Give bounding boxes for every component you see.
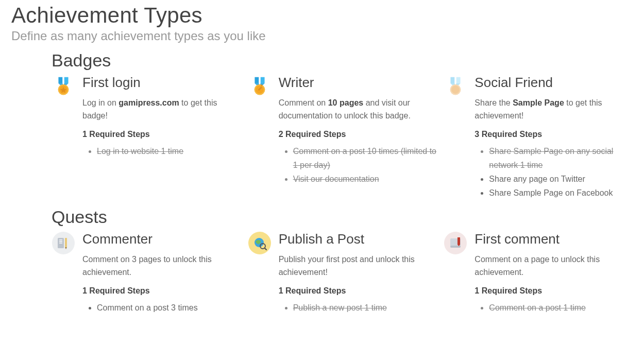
page-subtitle: Define as many achievement types as you … bbox=[11, 29, 633, 43]
achievement-description: Comment on a page to unlock this achieve… bbox=[474, 253, 633, 279]
medal-light-icon bbox=[444, 75, 467, 98]
svg-rect-29 bbox=[457, 237, 460, 245]
svg-rect-7 bbox=[260, 77, 264, 83]
desc-bold-text: Sample Page bbox=[513, 98, 564, 107]
desc-text: Publish your first post and unlock this … bbox=[279, 255, 415, 277]
achievement-title: First comment bbox=[474, 231, 633, 247]
desc-text: Share the bbox=[474, 98, 513, 107]
achievement-card: First loginLog in on gamipress.com to ge… bbox=[52, 75, 241, 200]
step-item: Publish a new post 1 time bbox=[293, 301, 437, 315]
card-grid: First loginLog in on gamipress.com to ge… bbox=[52, 75, 633, 200]
achievement-title: Publish a Post bbox=[279, 231, 437, 247]
steps-list: Share Sample Page on any social network … bbox=[474, 144, 633, 200]
step-item: Comment on a post 3 times bbox=[97, 301, 241, 315]
required-steps-label: 1 Required Steps bbox=[82, 286, 241, 296]
achievement-description: Publish your first post and unlock this … bbox=[279, 253, 437, 279]
svg-marker-23 bbox=[65, 247, 67, 249]
required-steps-label: 1 Required Steps bbox=[82, 130, 241, 139]
achievement-title: First login bbox=[82, 75, 241, 91]
step-item: Log in to website 1 time bbox=[97, 144, 241, 158]
card-body: WriterComment on 10 pages and visit our … bbox=[279, 75, 437, 186]
step-item: Comment on a post 10 times (limited to 1… bbox=[293, 144, 437, 172]
achievement-title: Commenter bbox=[82, 231, 241, 247]
steps-list: Comment on a post 10 times (limited to 1… bbox=[279, 144, 437, 186]
required-steps-label: 2 Required Steps bbox=[279, 130, 437, 139]
quest-book-icon bbox=[444, 231, 467, 255]
svg-rect-1 bbox=[64, 77, 69, 83]
achievement-description: Share the Sample Page to get this achiev… bbox=[474, 97, 633, 123]
required-steps-label: 3 Required Steps bbox=[474, 130, 633, 139]
desc-text: Comment on a page to unlock this achieve… bbox=[474, 255, 600, 277]
achievement-card: WriterComment on 10 pages and visit our … bbox=[248, 75, 437, 200]
desc-text: Comment on 3 pages to unlock this achiev… bbox=[82, 255, 212, 277]
desc-bold-text: gamipress.com bbox=[118, 98, 179, 107]
achievement-description: Comment on 10 pages and visit our docume… bbox=[279, 97, 437, 123]
svg-line-26 bbox=[264, 248, 266, 250]
svg-rect-6 bbox=[255, 77, 259, 83]
section-badges: Badges First loginLog in on gamipress.co… bbox=[52, 50, 633, 200]
achievement-description: Log in on gamipress.com to get this badg… bbox=[82, 97, 241, 123]
steps-list: Publish a new post 1 time bbox=[279, 301, 437, 315]
desc-bold-text: 10 pages bbox=[328, 98, 363, 107]
svg-rect-13 bbox=[451, 77, 455, 83]
section-quests: Quests CommenterComment on 3 pages to un… bbox=[52, 207, 633, 315]
step-item: Comment on a post 1 time bbox=[489, 301, 633, 315]
achievement-description: Comment on 3 pages to unlock this achiev… bbox=[82, 253, 241, 279]
card-body: Social FriendShare the Sample Page to ge… bbox=[474, 75, 633, 200]
achievement-card: Social FriendShare the Sample Page to ge… bbox=[444, 75, 633, 200]
step-item: Visit our documentation bbox=[293, 172, 437, 186]
section-title: Badges bbox=[52, 50, 633, 71]
svg-rect-28 bbox=[450, 246, 461, 248]
quest-globe-icon bbox=[248, 231, 272, 255]
page-title: Achievement Types bbox=[11, 3, 633, 28]
achievement-title: Writer bbox=[279, 75, 437, 91]
desc-text: Log in on bbox=[82, 98, 118, 107]
steps-list: Log in to website 1 time bbox=[82, 144, 241, 158]
card-body: First loginLog in on gamipress.com to ge… bbox=[82, 75, 241, 158]
card-body: First commentComment on a page to unlock… bbox=[474, 231, 633, 315]
achievement-card: Publish a PostPublish your first post an… bbox=[248, 231, 437, 315]
required-steps-label: 1 Required Steps bbox=[279, 286, 437, 296]
svg-rect-14 bbox=[456, 77, 461, 83]
steps-list: Comment on a post 3 times bbox=[82, 301, 241, 315]
step-item: Share any page on Twitter bbox=[489, 172, 633, 186]
card-body: Publish a PostPublish your first post an… bbox=[279, 231, 437, 315]
svg-rect-22 bbox=[65, 238, 67, 247]
steps-list: Comment on a post 1 time bbox=[474, 301, 633, 315]
card-grid: CommenterComment on 3 pages to unlock th… bbox=[52, 231, 633, 315]
svg-point-17 bbox=[452, 85, 460, 94]
svg-rect-0 bbox=[58, 77, 62, 83]
achievement-card: First commentComment on a page to unlock… bbox=[444, 231, 633, 315]
step-item: Share Sample Page on Facebook bbox=[489, 186, 633, 200]
quest-commenter-icon bbox=[52, 231, 75, 255]
medal-gold-star-icon bbox=[52, 75, 75, 98]
card-body: CommenterComment on 3 pages to unlock th… bbox=[82, 231, 241, 315]
achievement-card: CommenterComment on 3 pages to unlock th… bbox=[52, 231, 241, 315]
required-steps-label: 1 Required Steps bbox=[474, 286, 633, 296]
medal-gold-pencil-icon bbox=[248, 75, 272, 98]
section-title: Quests bbox=[52, 207, 633, 227]
step-item: Share Sample Page on any social network … bbox=[489, 144, 633, 172]
desc-text: Comment on bbox=[279, 98, 328, 107]
achievement-title: Social Friend bbox=[474, 75, 633, 91]
